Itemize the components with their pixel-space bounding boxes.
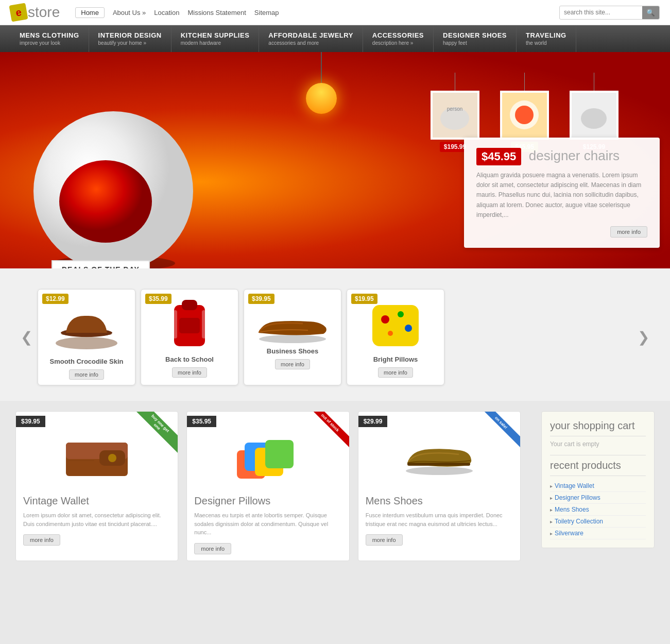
search-input[interactable] xyxy=(560,7,642,18)
deal-price-3: $39.95 xyxy=(248,294,274,304)
hero-featured-title: designer chairs xyxy=(529,148,620,163)
logo-text: store xyxy=(28,4,60,21)
nav-kitchen-supplies[interactable]: KITCHEN SUPPLIES modern hardware xyxy=(171,25,260,52)
hat-svg xyxy=(53,310,120,351)
nav-interior-design[interactable]: INTERIOR DESIGN beautify your home » xyxy=(89,25,171,52)
svg-point-23 xyxy=(398,311,404,317)
hanging-cord-2 xyxy=(524,73,525,91)
nav-accessories[interactable]: ACCESSORIES description here » xyxy=(363,25,434,52)
header: e store Home About Us » Location Mission… xyxy=(0,0,670,25)
feat-desc-pillows: Maecenas eu turpis et ante lobortis semp… xyxy=(194,511,341,537)
deal-image-shoes xyxy=(256,307,329,343)
lamp-cord xyxy=(321,52,322,83)
recent-divider xyxy=(550,455,646,455)
recent-title: recent products xyxy=(550,460,646,471)
cart-empty-text: Your cart is empty xyxy=(550,440,646,448)
recent-item-4[interactable]: Toiletry Collection xyxy=(550,516,646,528)
nav-missions[interactable]: Missions Statement xyxy=(187,9,246,16)
feat-btn-wallet[interactable]: more info xyxy=(23,534,60,546)
recent-item-1[interactable]: Vintage Wallet xyxy=(550,480,646,492)
svg-point-29 xyxy=(108,454,116,462)
deal-price-1: $12.99 xyxy=(42,294,68,304)
category-navbar: MENS CLOTHING improve your look INTERIOR… xyxy=(0,25,670,52)
deal-image-pillows xyxy=(370,300,421,351)
recent-products-list: Vintage Wallet Designer Pillows Mens Sho… xyxy=(550,480,646,539)
feat-btn-pillows[interactable]: more info xyxy=(194,543,231,554)
svg-rect-34 xyxy=(265,440,294,468)
svg-point-4 xyxy=(59,160,152,243)
nav-about[interactable]: About Us » xyxy=(113,9,146,16)
feat-card-designer-pillows: out of stock $35.95 Designer Pillows Mae… xyxy=(186,411,349,561)
feat-title-pillows: Designer Pillows xyxy=(194,495,341,507)
deal-card-backpack: $35.99 Back to School more info xyxy=(141,289,238,385)
deal-image-backpack xyxy=(169,300,210,351)
chair-visual xyxy=(31,62,196,268)
sidebar: your shopping cart Your cart is empty re… xyxy=(541,411,655,561)
deal-card-shoes: $39.95 Business Shoes more info xyxy=(244,289,341,385)
deal-btn-3[interactable]: more info xyxy=(275,359,310,369)
hanging-frame-3 xyxy=(570,91,619,140)
cart-divider xyxy=(550,436,646,436)
svg-rect-21 xyxy=(372,305,419,346)
feat-content-shoes: Mens Shoes Fusce interdum vestibulum urn… xyxy=(358,489,520,552)
recent-item-5[interactable]: Silverware xyxy=(550,528,646,539)
recent-divider-2 xyxy=(550,476,646,476)
hanging-frame-2 xyxy=(500,91,549,140)
svg-point-35 xyxy=(406,467,473,475)
shopping-cart-box: your shopping cart Your cart is empty re… xyxy=(541,411,655,548)
nav-location[interactable]: Location xyxy=(154,9,179,16)
feat-title-shoes: Mens Shoes xyxy=(366,495,513,507)
logo-e: e xyxy=(9,3,28,22)
nav-sitemap[interactable]: Sitemap xyxy=(254,9,279,16)
carousel-next-arrow[interactable]: ❯ xyxy=(632,329,655,346)
hanging-cord-1 xyxy=(455,73,455,91)
svg-point-10 xyxy=(515,106,534,124)
designer-pillows-svg xyxy=(234,430,301,481)
pillow-svg xyxy=(370,300,421,351)
recent-item-2[interactable]: Designer Pillows xyxy=(550,492,646,504)
nav-home[interactable]: Home xyxy=(75,7,105,18)
svg-rect-19 xyxy=(202,310,206,338)
feat-price-shoes: $29.99 xyxy=(358,416,388,427)
nav-traveling[interactable]: TRAVELING the world xyxy=(517,25,576,52)
deal-name-3: Business Shoes xyxy=(249,347,336,355)
wallet-svg xyxy=(63,432,130,479)
deals-header-badge: DEALS OF THE DAY xyxy=(51,260,150,268)
deal-name-4: Bright Pillows xyxy=(352,355,439,363)
deal-image-hat xyxy=(53,307,120,353)
feat-btn-shoes[interactable]: more info xyxy=(366,534,403,546)
hero-section: person $195.99 $45.95 $125.99 $45.95 des… xyxy=(0,52,670,268)
deals-section: ❮ $12.99 Smooth Crocodile Skin more info xyxy=(0,268,670,401)
deal-price-2: $35.99 xyxy=(145,294,171,304)
hero-more-info-button[interactable]: more info xyxy=(610,226,647,238)
svg-point-24 xyxy=(405,325,412,332)
business-shoe-svg xyxy=(256,307,329,343)
lamp-decoration xyxy=(306,52,337,114)
svg-point-20 xyxy=(259,335,326,343)
deal-btn-2[interactable]: more info xyxy=(172,367,207,378)
feat-card-mens-shoes: on sale! $29.99 Mens Shoes Fusce interdu… xyxy=(358,411,521,561)
feat-desc-shoes: Fusce interdum vestibulum urna quis impe… xyxy=(366,511,513,528)
featured-products: buy one get one $39.95 Vintage Wallet Lo… xyxy=(15,411,521,561)
svg-point-12 xyxy=(581,108,607,129)
hanging-cord-3 xyxy=(594,73,594,91)
svg-text:person: person xyxy=(447,106,463,112)
deal-name-1: Smooth Crocodile Skin xyxy=(43,358,130,365)
feat-price-pillows: $35.95 xyxy=(187,416,216,427)
nav-jewelry[interactable]: AFFORDABLE JEWELRY accessories and more xyxy=(259,25,363,52)
recent-item-3[interactable]: Mens Shoes xyxy=(550,504,646,516)
svg-point-25 xyxy=(388,331,393,336)
backpack-svg xyxy=(169,297,210,354)
deal-name-2: Back to School xyxy=(146,355,233,363)
deal-btn-1[interactable]: more info xyxy=(69,369,104,380)
nav-mens-clothing[interactable]: MENS CLOTHING improve your look xyxy=(10,25,89,52)
svg-rect-36 xyxy=(407,463,470,466)
nav-designer-shoes[interactable]: DESIGNER SHOES happy feet xyxy=(434,25,517,52)
deal-btn-4[interactable]: more info xyxy=(378,367,413,378)
carousel-prev-arrow[interactable]: ❮ xyxy=(15,329,38,346)
hero-featured-price: $45.95 xyxy=(476,148,521,165)
feat-price-wallet: $39.95 xyxy=(16,416,45,427)
feat-content-wallet: Vintage Wallet Lorem ipsum dolor sit ame… xyxy=(16,489,178,552)
search-button[interactable]: 🔍 xyxy=(642,6,659,19)
deal-card-pillows: $19.95 Bright Pillows more info xyxy=(347,289,444,385)
